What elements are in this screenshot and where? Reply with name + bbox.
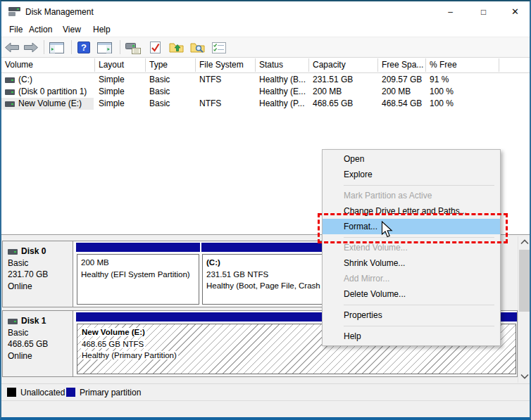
- legend-bar: Unallocated Primary partition: [1, 383, 530, 400]
- validate-icon[interactable]: [146, 39, 164, 56]
- header-file-system[interactable]: File System: [196, 58, 256, 72]
- menu-item-properties[interactable]: Properties: [323, 307, 500, 323]
- close-button[interactable]: ✕: [499, 1, 531, 23]
- header-layout[interactable]: Layout: [95, 58, 146, 72]
- menu-item-mark-partition-active: Mark Partition as Active: [323, 188, 500, 203]
- menu-file[interactable]: File: [6, 24, 25, 36]
- status-bar: [1, 400, 530, 417]
- disk0-label[interactable]: Disk 0 Basic 231.70 GB Online: [3, 241, 73, 307]
- partition-color-bar: [76, 243, 200, 252]
- mouse-cursor: [381, 221, 393, 240]
- menu-item-delete-volume[interactable]: Delete Volume...: [323, 286, 500, 302]
- unallocated-swatch: [7, 388, 16, 397]
- menu-item-open[interactable]: Open: [323, 151, 500, 167]
- menu-action[interactable]: Action: [26, 24, 55, 36]
- task-list-icon[interactable]: [210, 39, 228, 56]
- volume-row-c[interactable]: (C:) Simple Basic NTFS Healthy (B... 231…: [1, 74, 530, 86]
- device-properties-icon[interactable]: [124, 39, 142, 56]
- scroll-down-icon[interactable]: [518, 371, 530, 382]
- header-volume[interactable]: Volume: [1, 58, 95, 72]
- toolbar: ?: [1, 37, 530, 58]
- menu-view[interactable]: View: [60, 24, 84, 36]
- toolbar-separator: [44, 40, 44, 54]
- disk-icon: [8, 249, 18, 255]
- header-type[interactable]: Type: [146, 58, 196, 72]
- volume-row-new-volume-e[interactable]: New Volume (E:) Simple Basic NTFS Health…: [1, 98, 530, 110]
- legend-unallocated: Unallocated: [20, 388, 65, 397]
- back-icon[interactable]: [3, 39, 21, 56]
- maximize-button[interactable]: □: [468, 1, 499, 23]
- volume-icon: [5, 89, 15, 95]
- console-tree-icon[interactable]: [47, 39, 65, 56]
- menu-item-explore[interactable]: Explore: [323, 167, 500, 182]
- disk0-efi-partition[interactable]: 200 MB Healthy (EFI System Partition): [76, 242, 200, 306]
- volume-icon: [5, 77, 15, 83]
- scrollbar-thumb[interactable]: [519, 250, 530, 312]
- action-pane-icon[interactable]: [95, 39, 113, 56]
- menu-help[interactable]: Help: [90, 24, 113, 36]
- volume-list-header: Volume Layout Type File System Status Ca…: [1, 58, 530, 73]
- volume-row-disk0-partition1[interactable]: (Disk 0 partition 1) Simple Basic Health…: [1, 86, 530, 98]
- toolbar-separator: [120, 40, 120, 54]
- header-filler: [499, 58, 530, 72]
- context-menu: Open Explore Mark Partition as Active Ch…: [322, 149, 501, 346]
- legend-primary-partition: Primary partition: [80, 388, 141, 397]
- disk-management-app-icon: [8, 6, 20, 17]
- header-status[interactable]: Status: [256, 58, 309, 72]
- primary-partition-swatch: [66, 388, 75, 397]
- format-annotation-box: [318, 213, 508, 243]
- header-pct-free[interactable]: % Free: [426, 58, 499, 72]
- forward-icon[interactable]: [22, 39, 40, 56]
- svg-text:?: ?: [81, 42, 87, 53]
- menu-separator: [344, 185, 494, 186]
- folder-up-icon[interactable]: [167, 39, 185, 56]
- header-capacity[interactable]: Capacity: [309, 58, 378, 72]
- header-free-space[interactable]: Free Spa...: [378, 58, 426, 72]
- minimize-button[interactable]: –: [435, 1, 466, 23]
- window-title: Disk Management: [25, 7, 94, 17]
- toolbar-separator: [71, 40, 72, 54]
- disk-icon: [8, 319, 18, 324]
- disk-management-window: Disk Management – □ ✕ File Action View H…: [0, 0, 531, 420]
- help-icon[interactable]: ?: [75, 39, 93, 56]
- menu-item-shrink-volume[interactable]: Shrink Volume...: [323, 255, 500, 271]
- menu-separator: [344, 326, 494, 326]
- folder-find-icon[interactable]: [188, 39, 206, 56]
- menu-separator: [344, 305, 494, 305]
- volume-icon: [5, 101, 15, 107]
- scroll-up-icon[interactable]: [518, 236, 530, 248]
- menu-item-add-mirror: Add Mirror...: [323, 271, 500, 286]
- menu-bar: File Action View Help: [1, 23, 530, 37]
- menu-item-help[interactable]: Help: [323, 329, 500, 344]
- disk1-label[interactable]: Disk 1 Basic 468.65 GB Online: [3, 311, 73, 376]
- title-bar: Disk Management – □ ✕: [1, 1, 530, 23]
- vertical-scrollbar[interactable]: [518, 236, 530, 383]
